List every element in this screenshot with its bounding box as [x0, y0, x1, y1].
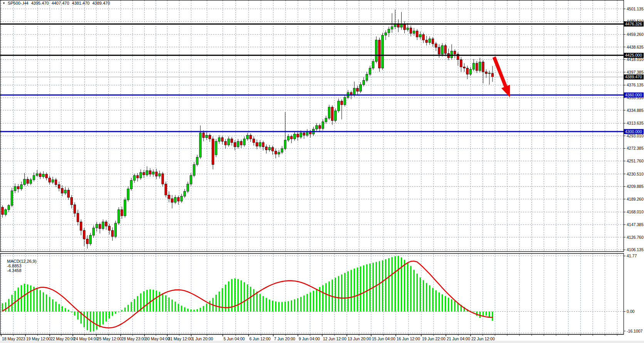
symbol-dropdown-icon[interactable]: ▼	[2, 2, 5, 5]
svg-text:4501.135: 4501.135	[627, 7, 644, 11]
bear-candle	[422, 35, 425, 40]
bull-candle	[325, 118, 327, 122]
svg-text:25 May 12:00: 25 May 12:00	[97, 336, 122, 341]
bull-candle	[259, 142, 261, 146]
svg-text:4360.000: 4360.000	[625, 93, 642, 97]
bear-candle	[67, 190, 70, 198]
bull-candle	[322, 122, 324, 128]
bull-candle	[228, 139, 230, 145]
bull-candle	[451, 51, 453, 57]
bull-candle	[52, 180, 54, 182]
svg-text:15 Jun 04:00: 15 Jun 04:00	[372, 336, 395, 341]
bear-candle	[262, 142, 264, 147]
bear-candle	[331, 107, 334, 121]
bull-candle	[152, 172, 155, 174]
bull-candle	[127, 189, 129, 200]
svg-text:22 Jun 12:00: 22 Jun 12:00	[471, 336, 495, 341]
bear-candle	[297, 134, 299, 137]
bull-candle	[300, 133, 302, 137]
bull-candle	[187, 184, 189, 191]
svg-text:1 Jun 20:00: 1 Jun 20:00	[192, 336, 213, 341]
bull-candle	[363, 80, 365, 84]
svg-text:12 Jun 12:00: 12 Jun 12:00	[323, 336, 346, 341]
svg-text:4476.326: 4476.326	[625, 22, 642, 26]
bear-candle	[463, 67, 466, 68]
svg-text:31 May 12:00: 31 May 12:00	[168, 336, 193, 341]
bull-candle	[372, 61, 374, 68]
svg-text:4459.260: 4459.260	[627, 32, 644, 37]
bear-candle	[303, 133, 305, 135]
bull-candle	[366, 74, 368, 80]
bear-candle	[111, 230, 114, 237]
bear-candle	[224, 141, 227, 145]
bear-candle	[27, 179, 29, 183]
bear-candle	[491, 73, 494, 77]
bear-candle	[438, 47, 441, 54]
svg-text:4126.760: 4126.760	[627, 235, 644, 240]
bull-candle	[130, 180, 133, 189]
svg-text:4230.510: 4230.510	[627, 172, 644, 176]
bull-candle	[353, 88, 356, 95]
bear-candle	[240, 141, 242, 145]
bear-candle	[143, 172, 145, 175]
bull-candle	[193, 164, 195, 175]
bear-candle	[121, 210, 123, 216]
bear-candle	[460, 59, 462, 67]
bear-candle	[416, 31, 419, 37]
bear-candle	[319, 125, 321, 128]
bear-candle	[466, 68, 469, 74]
bull-candle	[382, 35, 384, 68]
bear-candle	[155, 172, 158, 176]
bear-candle	[80, 222, 82, 230]
svg-text:4251.760: 4251.760	[627, 159, 644, 163]
bear-candle	[378, 40, 381, 68]
bull-candle	[196, 157, 198, 164]
svg-text:4397.385: 4397.385	[627, 70, 644, 74]
bear-candle	[2, 207, 4, 215]
bull-candle	[124, 200, 126, 216]
svg-text:16 Jun 12:00: 16 Jun 12:00	[397, 336, 420, 341]
macd-indicator-label: MACD(12,26,9) -6.8853 -4.3458	[2, 254, 39, 277]
svg-text:4147.385: 4147.385	[627, 222, 644, 227]
bear-candle	[265, 147, 267, 150]
macd-main-value: -6.8853	[7, 264, 21, 268]
bull-candle	[385, 33, 387, 35]
svg-text:19 Jun 22:00: 19 Jun 22:00	[422, 336, 446, 341]
bear-candle	[49, 178, 51, 182]
bear-candle	[275, 151, 277, 154]
bear-candle	[444, 46, 447, 54]
svg-text:4334.885: 4334.885	[627, 108, 644, 113]
bear-candle	[74, 205, 76, 213]
bull-candle	[5, 210, 7, 215]
bull-candle	[488, 73, 491, 74]
chart-title: ▼ SP500-,H4 4395.470 4407.470 4381.470 4…	[2, 1, 113, 5]
svg-text:4313.635: 4313.635	[627, 121, 644, 125]
bear-candle	[86, 239, 89, 244]
bull-candle	[174, 198, 177, 203]
time-axis[interactable]: 18 May 202319 May 12:0022 May 20:0024 Ma…	[0, 335, 644, 343]
chart-canvas[interactable]: 4501.1354480.5104459.2604438.6354418.010…	[0, 0, 644, 343]
price-axis[interactable]: 4501.1354480.5104459.2604438.6354418.010…	[624, 0, 644, 343]
bull-candle	[14, 186, 16, 191]
bear-candle	[55, 180, 57, 185]
svg-text:4168.010: 4168.010	[627, 210, 644, 214]
bear-candle	[341, 101, 343, 105]
bull-candle	[237, 141, 239, 147]
bear-candle	[149, 171, 151, 174]
svg-text:4209.885: 4209.885	[627, 184, 644, 189]
svg-text:13 Jun 20:00: 13 Jun 20:00	[348, 336, 371, 341]
bull-candle	[118, 210, 120, 223]
bear-candle	[17, 186, 20, 189]
bull-candle	[269, 147, 271, 150]
svg-text:4106.135: 4106.135	[627, 247, 644, 252]
bear-candle	[58, 185, 60, 188]
svg-text:4418.010: 4418.010	[627, 57, 644, 62]
bull-candle	[284, 140, 286, 149]
bull-candle	[8, 205, 10, 210]
bull-candle	[140, 172, 142, 178]
bull-candle	[479, 62, 481, 71]
bear-candle	[212, 139, 214, 164]
bear-candle	[99, 224, 101, 228]
bull-candle	[30, 180, 32, 183]
svg-text:4438.635: 4438.635	[627, 45, 644, 49]
